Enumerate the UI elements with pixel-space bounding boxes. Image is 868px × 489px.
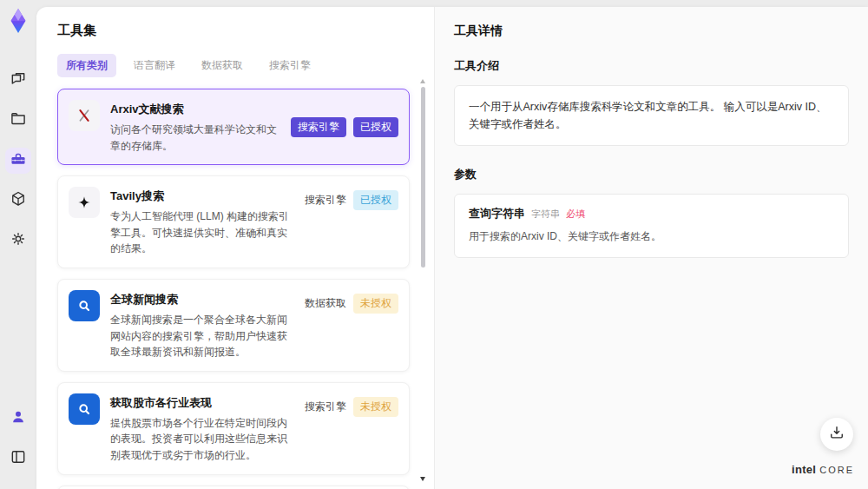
tool-card-arxiv[interactable]: Arxiv文献搜索 访问各个研究领域大量科学论文和文章的存储库。 搜索引擎 已授… bbox=[57, 89, 410, 165]
tool-card-active-stocks[interactable]: 获取市场最活跃股票信息 提供当天交易量最高的股票列表，投资者可以利用这些信息来识… bbox=[57, 486, 410, 489]
tool-card-sector-performance[interactable]: 获取股市各行业表现 提供股票市场各个行业在特定时间段内的表现。投资者可以利用这些… bbox=[57, 382, 410, 475]
param-type: 字符串 bbox=[531, 208, 560, 221]
sidebar-item-chat[interactable] bbox=[5, 68, 31, 94]
category-label: 搜索引擎 bbox=[305, 190, 346, 210]
tool-description: 提供股票市场各个行业在特定时间段内的表现。投资者可以利用这些信息来识别表现优于或… bbox=[110, 415, 294, 464]
app-window: 工具集 所有类别 语言翻译 数据获取 搜索引擎 A bbox=[0, 0, 868, 489]
scroll-up-arrow-icon[interactable] bbox=[420, 79, 425, 83]
settings-gear-icon bbox=[10, 230, 27, 251]
toolbox-icon bbox=[10, 150, 27, 171]
tab-all-categories[interactable]: 所有类别 bbox=[57, 54, 116, 77]
page-title: 工具集 bbox=[57, 23, 410, 39]
chat-icon bbox=[10, 70, 27, 91]
user-icon bbox=[10, 408, 27, 429]
folder-icon bbox=[10, 110, 27, 131]
tool-name: Arxiv文献搜索 bbox=[110, 102, 280, 117]
rail-bottom-group bbox=[5, 399, 31, 479]
sidebar-item-tools[interactable] bbox=[5, 148, 31, 174]
tool-detail-panel: 工具详情 工具介绍 一个用于从Arxiv存储库搜索科学论文和文章的工具。 输入可… bbox=[434, 7, 868, 489]
sidebar-item-account[interactable] bbox=[5, 406, 31, 432]
left-rail bbox=[0, 0, 36, 489]
param-required-badge: 必填 bbox=[566, 208, 585, 221]
category-label: 数据获取 bbox=[305, 294, 346, 314]
tool-name: 全球新闻搜索 bbox=[110, 292, 294, 307]
tool-card-list: Arxiv文献搜索 访问各个研究领域大量科学论文和文章的存储库。 搜索引擎 已授… bbox=[57, 89, 410, 489]
brand-core-text: core bbox=[819, 465, 854, 475]
tool-list-panel: 工具集 所有类别 语言翻译 数据获取 搜索引擎 A bbox=[36, 7, 434, 489]
panel-toggle-icon bbox=[10, 448, 27, 469]
sidebar-item-settings[interactable] bbox=[5, 228, 31, 254]
sidebar-item-files[interactable] bbox=[5, 108, 31, 134]
intro-heading: 工具介绍 bbox=[454, 58, 849, 74]
list-scrollbar[interactable] bbox=[421, 87, 425, 473]
download-icon bbox=[828, 424, 845, 445]
intel-core-logo: intel core bbox=[792, 463, 854, 476]
tool-name: Tavily搜索 bbox=[110, 188, 294, 204]
tool-card-tavily[interactable]: Tavily搜索 专为人工智能代理 (LLM) 构建的搜索引擎工具。可快速提供实… bbox=[57, 175, 410, 268]
intro-text: 一个用于从Arxiv存储库搜索科学论文和文章的工具。 输入可以是Arxiv ID… bbox=[454, 85, 849, 146]
scrollbar-thumb[interactable] bbox=[421, 87, 425, 268]
category-tabs: 所有类别 语言翻译 数据获取 搜索引擎 bbox=[57, 54, 410, 77]
search-blue-icon bbox=[69, 290, 100, 321]
auth-status-badge: 已授权 bbox=[353, 117, 398, 137]
auth-status-badge: 未授权 bbox=[353, 397, 398, 417]
auth-status-badge: 已授权 bbox=[353, 190, 398, 210]
auth-status-badge: 未授权 bbox=[353, 294, 398, 314]
scroll-down-arrow-icon[interactable] bbox=[420, 477, 425, 481]
param-name: 查询字符串 bbox=[469, 206, 525, 221]
tab-search-engine[interactable]: 搜索引擎 bbox=[260, 54, 319, 77]
main-content: 工具集 所有类别 语言翻译 数据获取 搜索引擎 A bbox=[36, 7, 868, 489]
sidebar-item-packages[interactable] bbox=[5, 188, 31, 214]
download-button[interactable] bbox=[820, 418, 853, 451]
detail-title: 工具详情 bbox=[454, 23, 849, 39]
params-heading: 参数 bbox=[454, 167, 849, 182]
tab-language-translation[interactable]: 语言翻译 bbox=[125, 54, 184, 77]
tool-description: 全球新闻搜索是一个聚合全球各大新闻网站内容的搜索引擎，帮助用户快速获取全球最新资… bbox=[110, 312, 294, 360]
tool-name: 获取股市各行业表现 bbox=[110, 395, 294, 411]
cube-icon bbox=[10, 190, 27, 211]
sidebar-item-panel-toggle[interactable] bbox=[5, 446, 31, 472]
brand-intel-text: intel bbox=[792, 463, 816, 476]
tool-description: 专为人工智能代理 (LLM) 构建的搜索引擎工具。可快速提供实时、准确和真实的结… bbox=[110, 208, 294, 257]
category-label: 搜索引擎 bbox=[305, 397, 346, 417]
tool-description: 访问各个研究领域大量科学论文和文章的存储库。 bbox=[110, 122, 280, 154]
search-blue-icon bbox=[69, 393, 100, 425]
tool-card-global-news[interactable]: 全球新闻搜索 全球新闻搜索是一个聚合全球各大新闻网站内容的搜索引擎，帮助用户快速… bbox=[57, 279, 410, 372]
app-logo-gem-icon bbox=[5, 7, 31, 35]
tavily-star-icon bbox=[69, 187, 100, 218]
parameter-item: 查询字符串 字符串 必填 用于搜索的Arxiv ID、关键字或作者姓名。 bbox=[454, 194, 849, 258]
category-badge: 搜索引擎 bbox=[291, 117, 346, 137]
arxiv-icon bbox=[69, 100, 100, 131]
tab-data-fetch[interactable]: 数据获取 bbox=[193, 54, 252, 77]
param-description: 用于搜索的Arxiv ID、关键字或作者姓名。 bbox=[469, 229, 834, 244]
